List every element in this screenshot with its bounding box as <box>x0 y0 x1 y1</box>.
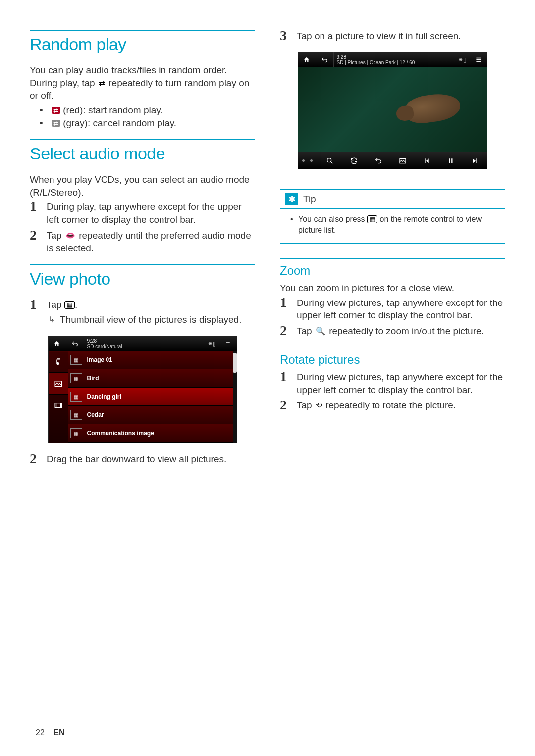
view-photo-steps-3: 3Tap on a picture to view it in full scr… <box>280 30 505 43</box>
tip-box: ✱ Tip You can also press ▦ on the remote… <box>280 189 505 244</box>
tip-header: ✱ Tip <box>280 190 505 209</box>
section-rule <box>30 264 255 265</box>
tip-star-icon: ✱ <box>285 193 298 205</box>
device-screenshot-photo: 9:28 SD | Pictures | Ocean Park | 12 / 6… <box>298 52 487 169</box>
sidebar-music-icon[interactable] <box>49 351 68 373</box>
zoom-intro: You can zoom in pictures for a close vie… <box>280 282 505 295</box>
device-photo-view[interactable] <box>298 67 487 152</box>
step-number: 1 <box>30 200 40 213</box>
thumb-icon: ▦ <box>70 392 82 402</box>
list-item[interactable]: ▦Communications image <box>68 424 237 443</box>
sidebar-video-icon[interactable] <box>49 395 68 416</box>
home-icon[interactable] <box>49 336 66 351</box>
heading-zoom: Zoom <box>280 264 505 278</box>
tip-label: Tip <box>303 194 316 204</box>
menu-icon[interactable]: ≡ <box>470 52 487 67</box>
menu-icon[interactable]: ≡ <box>219 336 237 351</box>
subsection-rule <box>280 348 505 348</box>
device-screenshot-list: 9:28 SD card/Natural ⁕▯ ≡ ▦Image 01 ▦Bir… <box>48 336 237 443</box>
result-arrow-icon: ↳ <box>49 313 55 326</box>
page-footer: 22 EN <box>36 728 64 737</box>
scrollbar-thumb[interactable] <box>233 353 237 373</box>
device-path: SD card/Natural <box>84 344 122 349</box>
zoom-steps: 1During view pictures, tap anywhere exce… <box>280 297 505 338</box>
step-number: 1 <box>280 296 290 309</box>
bluetooth-battery-icon: ⁕▯ <box>456 56 470 63</box>
step-number: 2 <box>280 398 290 412</box>
device-body: ▦Image 01 ▦Bird ▦Dancing girl ▦Cedar ▦Co… <box>49 351 237 443</box>
random-play-bullets: ⇄ (red): start random play. ⇄ (gray): ca… <box>30 104 255 129</box>
step-number: 1 <box>30 298 40 311</box>
list-item[interactable]: ▦Cedar <box>68 406 237 424</box>
right-column: 3Tap on a picture to view it in full scr… <box>280 30 505 476</box>
select-audio-steps: 1During play, tap anywhere except for th… <box>30 201 255 254</box>
subsection-rule <box>280 258 505 259</box>
next-icon[interactable] <box>463 152 487 169</box>
step-number: 2 <box>30 452 40 466</box>
rotate-steps: 1During view pictures, tap anywhere exce… <box>280 371 505 412</box>
pause-icon[interactable] <box>439 152 463 169</box>
heading-view-photo: View photo <box>30 269 255 289</box>
device-status-bar: 9:28 SD | Pictures | Ocean Park | 12 / 6… <box>298 52 487 67</box>
pager-dots: • • <box>298 155 318 166</box>
rotate-icon: ⟲ <box>315 402 323 409</box>
device-sidebar <box>49 351 68 443</box>
rotate-icon[interactable] <box>342 152 366 169</box>
zoom-icon: 🔍 <box>315 327 326 335</box>
thumb-icon: ▦ <box>70 373 82 383</box>
thumb-icon: ▦ <box>70 410 82 420</box>
undo-icon[interactable] <box>366 152 390 169</box>
heading-rotate: Rotate pictures <box>280 353 505 367</box>
heading-random-play: Random play <box>30 35 255 54</box>
home-icon[interactable] <box>298 52 316 67</box>
list-item[interactable]: ▦Image 01 <box>68 351 237 369</box>
step-number: 2 <box>30 228 40 242</box>
view-photo-steps-1: 1 Tap ▦. ↳Thumbnail view of the pictures… <box>30 299 255 326</box>
zoom-icon[interactable] <box>318 152 342 169</box>
select-audio-intro: When you play VCDs, you can select an au… <box>30 173 255 199</box>
left-column: Random play You can play audio tracks/fi… <box>30 30 255 476</box>
device-path: SD | Pictures | Ocean Park | 12 / 60 <box>334 60 415 65</box>
audio-mode-icon: 👄 <box>64 232 76 240</box>
page-language: EN <box>54 728 64 737</box>
thumb-icon: ▦ <box>70 355 82 365</box>
step-number: 2 <box>280 324 290 338</box>
heading-select-audio: Select audio mode <box>30 144 255 163</box>
section-rule <box>30 30 255 31</box>
shuffle-gray-icon: ⇄ <box>52 120 60 127</box>
device-status-bar: 9:28 SD card/Natural ⁕▯ ≡ <box>49 336 237 351</box>
photo-content <box>404 91 462 126</box>
list-item[interactable]: ▦Bird <box>68 369 237 388</box>
list-item[interactable]: ▦Dancing girl <box>68 388 237 406</box>
view-photo-steps-2: 2Drag the bar downward to view all pictu… <box>30 453 255 466</box>
bluetooth-battery-icon: ⁕▯ <box>205 340 219 347</box>
picture-list-icon[interactable] <box>390 152 415 169</box>
tip-body: You can also press ▦ on the remote contr… <box>280 209 505 243</box>
back-icon[interactable] <box>316 52 334 67</box>
scrollbar[interactable] <box>233 351 237 443</box>
page-columns: Random play You can play audio tracks/fi… <box>30 30 505 476</box>
picture-icon: ▦ <box>64 301 75 309</box>
device-photo-toolbar: • • <box>298 152 487 169</box>
shuffle-icon: ⇄ <box>98 79 106 87</box>
back-icon[interactable] <box>66 336 84 351</box>
shuffle-red-icon: ⇄ <box>52 107 60 114</box>
section-rule <box>30 139 255 140</box>
random-play-intro: You can play audio tracks/files in rando… <box>30 64 255 102</box>
thumb-icon: ▦ <box>70 428 82 438</box>
step-number: 3 <box>280 29 290 43</box>
picture-list-remote-icon: ▦ <box>367 215 377 223</box>
sidebar-pictures-icon[interactable] <box>49 373 68 395</box>
device-time: 9:28 <box>334 55 415 60</box>
device-time: 9:28 <box>84 339 122 344</box>
svg-point-2 <box>327 158 331 162</box>
prev-icon[interactable] <box>415 152 439 169</box>
step-number: 1 <box>280 370 290 384</box>
page-number: 22 <box>36 728 45 737</box>
device-file-list: ▦Image 01 ▦Bird ▦Dancing girl ▦Cedar ▦Co… <box>68 351 237 443</box>
